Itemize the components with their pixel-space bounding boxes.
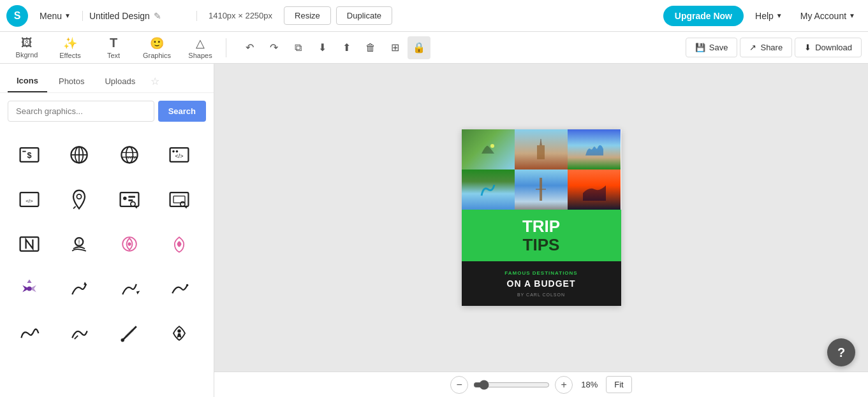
list-item[interactable]: [57, 178, 101, 221]
canvas-dimensions: 1410px × 2250px: [202, 11, 279, 20]
tab-uploads[interactable]: Uploads: [96, 70, 144, 92]
menu-chevron-icon: ▼: [64, 12, 71, 19]
svg-point-18: [77, 194, 82, 199]
title-block: TRIP TIPS: [462, 210, 621, 261]
canvas-area: TRIP TIPS FAMOUS DESTINATIONS ON A BUDGE…: [214, 64, 868, 397]
canvas-scroll[interactable]: TRIP TIPS FAMOUS DESTINATIONS ON A BUDGE…: [214, 64, 868, 372]
svg-line-35: [75, 336, 78, 339]
list-item[interactable]: [158, 178, 201, 221]
list-item[interactable]: $: [8, 133, 51, 177]
tool-shapes[interactable]: △ Shapes: [180, 34, 221, 62]
list-item[interactable]: </>: [158, 133, 201, 177]
undo-button[interactable]: ↶: [238, 36, 261, 59]
top-bar: S Menu ▼ Untitled Design ✎ 1410px × 2250…: [0, 0, 868, 32]
list-item[interactable]: [57, 312, 101, 355]
search-input[interactable]: [8, 101, 154, 122]
list-item[interactable]: www: [108, 133, 151, 177]
zoom-slider[interactable]: [473, 380, 550, 390]
logo-avatar[interactable]: S: [6, 5, 28, 27]
lock-button[interactable]: 🔒: [408, 36, 430, 59]
tool-bkgrnd[interactable]: 🖼 Bkgrnd: [6, 34, 47, 62]
photo-grid-top: [462, 129, 621, 170]
svg-text:www: www: [125, 154, 137, 160]
photo-cell-4[interactable]: [462, 170, 515, 210]
list-item[interactable]: [108, 312, 151, 355]
save-button[interactable]: 💾 Save: [686, 38, 738, 57]
zoom-bar: − + 18% Fit: [214, 372, 868, 397]
tab-icons[interactable]: Icons: [8, 70, 47, 92]
photo-cell-2[interactable]: [515, 129, 568, 170]
tips-title: TIPS: [469, 236, 614, 254]
list-item[interactable]: [108, 267, 151, 310]
second-bar: 🖼 Bkgrnd ✨ Effects T Text 🙂 Graphics △ S…: [0, 32, 868, 64]
list-item[interactable]: [158, 222, 201, 266]
list-item[interactable]: [8, 267, 51, 310]
list-item[interactable]: [57, 133, 101, 177]
info-block: FAMOUS DESTINATIONS ON A BUDGET BY CARL …: [462, 261, 621, 306]
help-bubble[interactable]: ?: [827, 338, 855, 366]
tool-effects[interactable]: ✨ Effects: [50, 34, 91, 62]
action-bar: ↶ ↷ ⧉ ⬇ ⬆ 🗑 ⊞ 🔒: [232, 36, 683, 59]
delete-button[interactable]: 🗑: [359, 36, 382, 59]
grid-button[interactable]: ⊞: [383, 36, 406, 59]
sidebar: Icons Photos Uploads ☆ Search $: [0, 64, 214, 397]
list-item[interactable]: [158, 267, 201, 310]
tool-text[interactable]: T Text: [93, 34, 134, 62]
shapes-icon: △: [196, 36, 205, 50]
search-bar: Search: [0, 93, 214, 129]
list-item[interactable]: [8, 312, 51, 355]
list-item[interactable]: [57, 222, 101, 266]
effects-icon: ✨: [63, 36, 77, 50]
edit-title-icon[interactable]: ✎: [154, 11, 161, 21]
help-button[interactable]: Help ▼: [749, 7, 789, 25]
svg-point-14: [172, 150, 175, 153]
photo-grid-bottom: [462, 170, 621, 210]
share-button[interactable]: ↗ Share: [740, 38, 792, 57]
zoom-out-button[interactable]: −: [450, 376, 468, 394]
tool-graphics[interactable]: 🙂 Graphics: [136, 34, 177, 62]
svg-point-15: [175, 150, 178, 153]
svg-point-33: [27, 286, 31, 291]
search-button[interactable]: Search: [158, 101, 206, 122]
svg-rect-22: [128, 199, 133, 201]
svg-text:</>: </>: [26, 198, 33, 204]
my-account-button[interactable]: My Account ▼: [794, 7, 862, 25]
famous-destinations-text: FAMOUS DESTINATIONS: [471, 270, 612, 276]
account-chevron-icon: ▼: [849, 12, 855, 19]
list-item[interactable]: [8, 222, 51, 266]
share-icon: ↗: [749, 43, 756, 52]
menu-button[interactable]: Menu ▼: [33, 7, 77, 25]
tab-photos[interactable]: Photos: [50, 70, 93, 92]
favorite-tab-button[interactable]: ☆: [147, 70, 163, 92]
upgrade-button[interactable]: Upgrade Now: [663, 6, 744, 26]
photo-cell-5[interactable]: [515, 170, 568, 210]
move-up-button[interactable]: ⬆: [335, 36, 358, 59]
icon-grid: $ www: [0, 129, 214, 359]
list-item[interactable]: [108, 222, 151, 266]
list-item[interactable]: [108, 178, 151, 221]
photo-cell-6[interactable]: [568, 170, 621, 210]
fit-button[interactable]: Fit: [606, 376, 631, 393]
duplicate-button[interactable]: Duplicate: [336, 6, 392, 25]
main-layout: Icons Photos Uploads ☆ Search $: [0, 64, 868, 397]
copy-button[interactable]: ⧉: [286, 36, 309, 59]
redo-button[interactable]: ↷: [262, 36, 285, 59]
trip-title: TRIP: [469, 217, 614, 236]
move-down-button[interactable]: ⬇: [311, 36, 334, 59]
zoom-in-button[interactable]: +: [555, 376, 573, 394]
author-text: BY CARL COLSON: [471, 292, 612, 297]
svg-point-34: [186, 284, 189, 287]
photo-cell-3[interactable]: [568, 129, 621, 170]
list-item[interactable]: [57, 267, 101, 310]
right-actions: 💾 Save ↗ Share ⬇ Download: [686, 38, 862, 57]
budget-text: ON A BUDGET: [471, 278, 612, 289]
list-item[interactable]: </>: [8, 178, 51, 221]
text-icon: T: [110, 36, 117, 50]
list-item[interactable]: [158, 312, 201, 355]
download-button[interactable]: ⬇ Download: [795, 38, 862, 57]
title-section: Untitled Design ✎: [82, 11, 197, 21]
photo-cell-1[interactable]: [462, 129, 515, 170]
resize-button[interactable]: Resize: [284, 6, 331, 25]
svg-point-40: [490, 144, 494, 148]
svg-rect-21: [128, 196, 135, 198]
